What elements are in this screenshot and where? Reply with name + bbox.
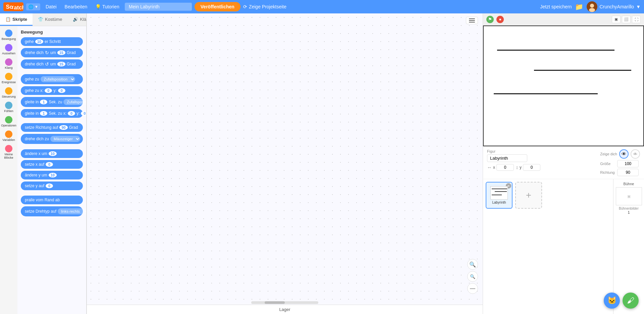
backdrops-label: Bühnenbilder xyxy=(619,207,639,210)
block-gehe-zu-xy[interactable]: gehe zu x: 0 y: 0 xyxy=(21,86,83,95)
tabs: 📋 Skripte 👕 Kostüme 🔊 Klänge xyxy=(0,13,86,26)
block-drehe-rechts[interactable]: drehe dich ↻ um 15 Grad xyxy=(21,48,83,57)
y-input[interactable] xyxy=(523,164,540,171)
stage-small-view-button[interactable]: ▣ xyxy=(612,16,621,23)
sprites-grid: ✕ Labyrinth + xyxy=(483,179,613,314)
maze-line-1 xyxy=(497,50,614,51)
zoom-in-button[interactable]: 🔍 xyxy=(467,259,478,270)
project-name-input[interactable] xyxy=(125,3,192,11)
scratch-logo[interactable]: Sc r atch xyxy=(3,2,23,11)
cat-operatoren[interactable]: Operatoren xyxy=(0,115,17,128)
show-hidden-button[interactable]: 👁 xyxy=(631,149,640,159)
dropdown-drehtyp[interactable]: links-rechts rundum nicht drehen xyxy=(58,208,86,214)
zoom-controls: 🔍 🔍 — xyxy=(467,259,478,294)
add-sprite-button[interactable]: + xyxy=(515,182,542,209)
mini-line-1 xyxy=(492,189,507,189)
show-label: Zeige dich xyxy=(600,152,617,156)
menu-bearbeiten[interactable]: Bearbeiten xyxy=(62,3,90,11)
cat-steuerung[interactable]: Steuerung xyxy=(0,86,17,100)
sprite-info-left: Figur ↔ x ↕ y xyxy=(487,149,597,171)
stage-thumb-box[interactable]: ▣ xyxy=(616,187,642,205)
script-scrollbar-horizontal[interactable] xyxy=(251,301,318,304)
eye-closed-icon: 👁 xyxy=(633,152,637,156)
block-aendere-y[interactable]: ändere y um 10 xyxy=(21,171,83,179)
refresh-icon: ⟳ xyxy=(243,4,247,9)
cat-ereignisse[interactable]: Ereignisse xyxy=(0,71,17,85)
zoom-reset-button[interactable]: — xyxy=(467,283,478,294)
x-coord-group: ↔ x xyxy=(487,164,514,171)
tab-skripte[interactable]: 📋 Skripte xyxy=(0,13,33,26)
lager-bar[interactable]: Lager xyxy=(87,305,483,314)
block-gleite-xy[interactable]: gleite in 1 Sek. zu x: 0 y: 0 xyxy=(21,109,83,118)
stop-button[interactable]: ■ xyxy=(496,16,504,23)
figur-label: Figur xyxy=(487,149,597,153)
main-layout: 📋 Skripte 👕 Kostüme 🔊 Klänge Bewegung xyxy=(0,13,644,314)
folder-icon-button[interactable]: 📁 xyxy=(575,3,583,11)
block-pralle[interactable]: pralle vom Rand ab xyxy=(21,196,83,204)
fab-cat-button[interactable]: 🐱 xyxy=(604,293,620,309)
block-gehe-schritte[interactable]: gehe 10 er Schritt xyxy=(21,37,83,46)
cat-klang[interactable]: Klang xyxy=(0,57,17,71)
sprite-thumb-labyrinth[interactable]: ✕ Labyrinth xyxy=(486,182,513,209)
stage-fullscreen-button[interactable]: ⛶ xyxy=(632,16,641,23)
script-canvas[interactable] xyxy=(87,13,483,314)
script-menu-button[interactable] xyxy=(466,17,478,24)
cat-fuehlen[interactable]: Fühlen xyxy=(0,100,17,114)
cat-bewegung[interactable]: Bewegung xyxy=(0,28,17,42)
zoom-out-icon: 🔍 xyxy=(470,274,475,279)
cat-aussehen[interactable]: Aussehen xyxy=(0,43,17,56)
save-button[interactable]: Jetzt speichern xyxy=(540,4,572,9)
block-setze-drehtyp[interactable]: setze Drehtyp auf links-rechts rundum ni… xyxy=(21,206,83,216)
dropdown-gleite-zufalls[interactable]: Zufallsposition xyxy=(63,99,86,105)
green-flag-button[interactable]: ⚑ xyxy=(486,16,494,23)
menu-datei[interactable]: Datei xyxy=(43,3,59,11)
cat-meine-bloecke[interactable]: Meine Blöcke xyxy=(0,144,17,161)
fab-paint-button[interactable]: 🖌 xyxy=(623,293,639,309)
script-area[interactable]: 🔍 🔍 — Lager xyxy=(87,13,483,314)
view-project-button[interactable]: ⟳ Zeige Projektseite xyxy=(243,4,286,9)
block-drehe-links[interactable]: drehe dich ↺ um 15 Grad xyxy=(21,59,83,69)
block-setze-x[interactable]: setze x auf 0 xyxy=(21,160,83,169)
zoom-out-button[interactable]: 🔍 xyxy=(467,271,478,282)
publish-button[interactable]: Veröffentlichen xyxy=(195,2,240,11)
stage-view-buttons: ▣ ⬜ ⛶ xyxy=(612,16,641,23)
block-aendere-x[interactable]: ändere x um 10 xyxy=(21,149,83,158)
folder-icon: 📁 xyxy=(575,3,583,10)
x-input[interactable] xyxy=(496,164,514,171)
size-input[interactable] xyxy=(617,160,639,167)
sprite-thumb-name-labyrinth: Labyrinth xyxy=(492,201,506,204)
lager-label: Lager xyxy=(279,307,290,312)
cat-dot-fuehlen xyxy=(5,102,12,109)
normal-stage-icon: ⬜ xyxy=(624,17,629,21)
direction-input[interactable] xyxy=(617,169,639,176)
block-gleite-zufalls[interactable]: gleite in 1 Sek. zu Zufallsposition xyxy=(21,97,83,107)
sprite-panel: Figur ↔ x ↕ y xyxy=(483,146,644,314)
direction-row: Richtung xyxy=(600,169,640,176)
block-setze-y[interactable]: setze y auf 0 xyxy=(21,181,83,190)
user-menu[interactable]: CrunchyAmarillo ▼ xyxy=(587,1,641,12)
block-drehe-zu[interactable]: drehe dich zu Mäuszeiger xyxy=(21,134,83,144)
show-visible-button[interactable]: 👁 xyxy=(619,149,629,159)
fullscreen-icon: ⛶ xyxy=(635,17,638,21)
block-setze-richtung[interactable]: setze Richtung auf 90 Grad xyxy=(21,123,83,132)
zoom-reset-icon: — xyxy=(470,285,475,292)
blocks-area: Bewegung gehe 10 er Schritt drehe dich ↻… xyxy=(17,26,86,314)
tab-kostueme[interactable]: 👕 Kostüme xyxy=(33,13,67,26)
dropdown-gehe-zu[interactable]: Zufallsposition Mäuszeiger xyxy=(41,76,75,82)
zoom-in-icon: 🔍 xyxy=(469,261,476,268)
x-arrow-icon: ↔ xyxy=(487,165,492,170)
sprite-name-input[interactable] xyxy=(487,154,527,162)
language-button[interactable]: 🌐 ▼ xyxy=(26,3,40,10)
cat-dot-ereignisse xyxy=(5,73,12,80)
cat-variablen[interactable]: Variablen xyxy=(0,129,17,143)
svg-text:atch: atch xyxy=(14,4,24,10)
menu-tutorien[interactable]: 💡 Tutorien xyxy=(93,3,122,11)
skripte-icon: 📋 xyxy=(5,17,11,22)
flag-icon: ⚑ xyxy=(488,17,492,22)
dropdown-drehe-zu[interactable]: Mäuszeiger xyxy=(50,136,80,142)
script-scrollbar-thumb[interactable] xyxy=(265,301,285,304)
block-gehe-zu[interactable]: gehe zu Zufallsposition Mäuszeiger xyxy=(21,74,83,84)
stop-icon: ■ xyxy=(499,17,501,21)
cat-dot-operatoren xyxy=(5,116,12,123)
stage-normal-view-button[interactable]: ⬜ xyxy=(622,16,631,23)
